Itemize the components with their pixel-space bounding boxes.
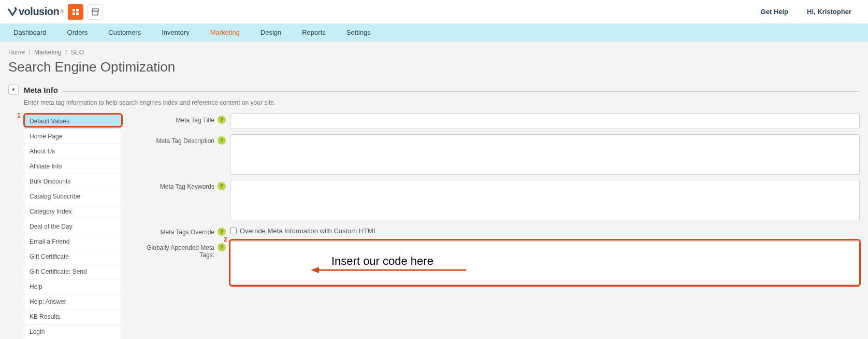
breadcrumb-marketing[interactable]: Marketing: [34, 49, 62, 56]
checkbox-container: Override Meta Information with Custom HT…: [230, 225, 377, 235]
meta-form: Meta Tag Title ? Meta Tag Description ? …: [137, 114, 860, 290]
breadcrumb-sep: /: [28, 49, 30, 56]
main-nav: DashboardOrdersCustomersInventoryMarketi…: [0, 24, 868, 41]
sidebar-item[interactable]: Home Page: [24, 129, 121, 144]
row-global-appended: Globally Appended Meta Tags: ? 2 Insert …: [137, 241, 860, 285]
sidebar-item[interactable]: About Us: [24, 144, 121, 159]
checkbox-label-meta-override: Override Meta Information with Custom HT…: [240, 227, 377, 235]
help-icon[interactable]: ?: [218, 228, 226, 236]
row-meta-keywords: Meta Tag Keywords ?: [137, 180, 860, 220]
help-icon[interactable]: ?: [218, 136, 226, 145]
label-meta-keywords: Meta Tag Keywords: [137, 180, 214, 190]
sidebar-item[interactable]: Login: [24, 324, 121, 339]
label-meta-title: Meta Tag Title: [137, 114, 214, 124]
svg-rect-3: [73, 12, 75, 15]
storefront-icon: [91, 8, 99, 16]
breadcrumb-home[interactable]: Home: [8, 49, 25, 56]
svg-rect-1: [73, 9, 75, 11]
checkbox-meta-override[interactable]: [230, 228, 237, 234]
meta-pages-sidebar: 1 Default ValuesHome PageAbout UsAffilia…: [24, 114, 121, 339]
sidebar-item[interactable]: Help: Answer: [24, 294, 121, 309]
label-global-appended: Globally Appended Meta Tags:: [137, 241, 214, 259]
dashboard-shortcut-icon[interactable]: [68, 4, 83, 20]
user-greeting[interactable]: Hi, Kristopher: [798, 8, 861, 16]
nav-item-orders[interactable]: Orders: [57, 24, 98, 41]
sidebar-item[interactable]: Deal of the Day: [24, 219, 121, 234]
section-title: Meta Info: [24, 86, 58, 94]
sidebar-item[interactable]: Help: [24, 279, 121, 294]
page-title: Search Engine Optimization: [8, 59, 860, 75]
help-icon[interactable]: ?: [218, 243, 226, 251]
help-icon[interactable]: ?: [218, 116, 226, 124]
annotation-callout-1: 1: [17, 112, 21, 119]
sidebar-item[interactable]: KB Results: [24, 309, 121, 324]
label-meta-desc: Meta Tag Description: [137, 134, 214, 145]
nav-item-customers[interactable]: Customers: [98, 24, 151, 41]
sidebar-item[interactable]: Catalog Subscribe: [24, 189, 121, 204]
row-meta-desc: Meta Tag Description ?: [137, 134, 860, 175]
collapse-toggle[interactable]: ▼: [8, 84, 19, 95]
body-row: 1 Default ValuesHome PageAbout UsAffilia…: [24, 114, 860, 339]
breadcrumb-seo[interactable]: SEO: [71, 49, 84, 56]
section-description: Enter meta tag information to help searc…: [24, 99, 860, 106]
content-area: Home / Marketing / SEO Search Engine Opt…: [0, 41, 868, 339]
grid-icon: [72, 8, 79, 16]
input-meta-title[interactable]: [230, 114, 860, 129]
sidebar-item[interactable]: Gift Certificate: [24, 249, 121, 264]
textarea-meta-desc[interactable]: [230, 134, 860, 175]
nav-item-inventory[interactable]: Inventory: [151, 24, 199, 41]
annotation-callout-2: 2: [224, 236, 227, 243]
sidebar-item[interactable]: Email a Friend: [24, 234, 121, 249]
sidebar-item[interactable]: Default Values: [24, 114, 121, 129]
sidebar-item[interactable]: Gift Certificate: Send: [24, 264, 121, 279]
sidebar-item[interactable]: Category Index: [24, 204, 121, 219]
get-help-link[interactable]: Get Help: [751, 8, 798, 16]
annotation-highlight-2: [229, 239, 861, 287]
svg-rect-4: [76, 12, 79, 15]
svg-marker-6: [311, 267, 319, 273]
nav-item-marketing[interactable]: Marketing: [200, 24, 250, 41]
svg-point-0: [15, 7, 17, 9]
nav-item-design[interactable]: Design: [250, 24, 292, 41]
annotation-arrow-icon: [311, 265, 471, 275]
storefront-shortcut-icon[interactable]: [88, 4, 103, 20]
section-header: ▼ Meta Info: [8, 84, 860, 95]
row-meta-override: Meta Tags Override ? Override Meta Infor…: [137, 225, 860, 236]
brand-logo: volusion®: [7, 6, 64, 18]
svg-rect-2: [76, 9, 79, 11]
section-divider: [63, 91, 860, 92]
brand-logo-icon: [7, 7, 18, 17]
brand-name: volusion: [19, 6, 59, 18]
brand-tm: ®: [60, 9, 64, 15]
nav-item-reports[interactable]: Reports: [292, 24, 336, 41]
help-icon[interactable]: ?: [218, 182, 226, 190]
sidebar-item[interactable]: Affiliate Info: [24, 159, 121, 174]
nav-item-dashboard[interactable]: Dashboard: [3, 24, 57, 41]
textarea-meta-keywords[interactable]: [230, 180, 860, 220]
topbar: volusion® Get Help Hi, Kristopher: [0, 0, 868, 24]
sidebar-item[interactable]: Bulk Discounts: [24, 174, 121, 189]
nav-item-settings[interactable]: Settings: [336, 24, 381, 41]
label-meta-override: Meta Tags Override: [137, 225, 214, 236]
breadcrumb: Home / Marketing / SEO: [8, 49, 860, 56]
row-meta-title: Meta Tag Title ?: [137, 114, 860, 129]
breadcrumb-sep: /: [65, 49, 67, 56]
